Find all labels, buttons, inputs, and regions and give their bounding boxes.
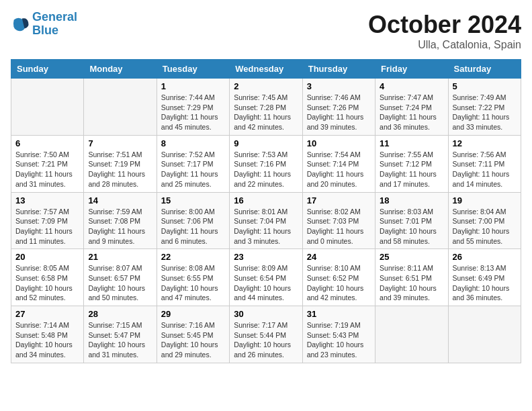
day-info: Sunrise: 8:02 AM Sunset: 7:03 PM Dayligh…	[307, 207, 371, 246]
week-row-5: 27Sunrise: 7:14 AM Sunset: 5:48 PM Dayli…	[11, 306, 521, 363]
day-cell: 8Sunrise: 7:52 AM Sunset: 7:17 PM Daylig…	[157, 135, 229, 192]
logo-line1: General	[32, 10, 77, 24]
day-info: Sunrise: 7:49 AM Sunset: 7:22 PM Dayligh…	[453, 93, 517, 132]
day-info: Sunrise: 7:55 AM Sunset: 7:12 PM Dayligh…	[380, 150, 443, 189]
day-number: 30	[234, 309, 298, 319]
day-number: 11	[380, 138, 443, 148]
day-info: Sunrise: 8:09 AM Sunset: 6:54 PM Dayligh…	[234, 263, 298, 303]
week-row-4: 20Sunrise: 8:05 AM Sunset: 6:58 PM Dayli…	[11, 249, 521, 306]
day-cell: 4Sunrise: 7:47 AM Sunset: 7:24 PM Daylig…	[375, 79, 448, 136]
day-info: Sunrise: 7:16 AM Sunset: 5:45 PM Dayligh…	[161, 320, 225, 360]
day-cell: 29Sunrise: 7:16 AM Sunset: 5:45 PM Dayli…	[157, 306, 229, 363]
day-cell: 5Sunrise: 7:49 AM Sunset: 7:22 PM Daylig…	[448, 79, 521, 136]
day-info: Sunrise: 7:53 AM Sunset: 7:16 PM Dayligh…	[234, 150, 298, 189]
day-number: 16	[234, 195, 298, 205]
day-cell: 28Sunrise: 7:15 AM Sunset: 5:47 PM Dayli…	[84, 306, 157, 363]
day-number: 15	[161, 195, 225, 205]
day-cell: 11Sunrise: 7:55 AM Sunset: 7:12 PM Dayli…	[375, 135, 448, 192]
day-info: Sunrise: 8:00 AM Sunset: 7:06 PM Dayligh…	[161, 207, 225, 246]
logo-line2: Blue	[32, 24, 77, 38]
day-number: 9	[234, 138, 298, 148]
day-info: Sunrise: 7:59 AM Sunset: 7:08 PM Dayligh…	[88, 207, 152, 246]
day-cell: 19Sunrise: 8:04 AM Sunset: 7:00 PM Dayli…	[448, 192, 521, 249]
day-number: 25	[380, 252, 443, 262]
day-info: Sunrise: 7:17 AM Sunset: 5:44 PM Dayligh…	[234, 320, 298, 360]
day-cell: 15Sunrise: 8:00 AM Sunset: 7:06 PM Dayli…	[157, 192, 229, 249]
column-header-tuesday: Tuesday	[157, 60, 229, 79]
logo: General Blue	[11, 11, 77, 38]
day-number: 6	[15, 138, 79, 148]
calendar-header-row: SundayMondayTuesdayWednesdayThursdayFrid…	[11, 60, 521, 79]
day-cell: 6Sunrise: 7:50 AM Sunset: 7:21 PM Daylig…	[11, 135, 84, 192]
day-number: 31	[307, 309, 371, 319]
day-number: 26	[453, 252, 517, 262]
day-cell	[11, 79, 84, 136]
column-header-saturday: Saturday	[448, 60, 521, 79]
logo-text: General Blue	[32, 11, 77, 38]
day-info: Sunrise: 7:46 AM Sunset: 7:26 PM Dayligh…	[307, 93, 371, 132]
day-cell: 25Sunrise: 8:11 AM Sunset: 6:51 PM Dayli…	[375, 249, 448, 306]
column-header-monday: Monday	[84, 60, 157, 79]
day-number: 21	[88, 252, 152, 262]
day-info: Sunrise: 7:57 AM Sunset: 7:09 PM Dayligh…	[15, 207, 79, 246]
day-number: 3	[307, 81, 371, 91]
day-number: 22	[161, 252, 225, 262]
day-cell: 9Sunrise: 7:53 AM Sunset: 7:16 PM Daylig…	[230, 135, 302, 192]
day-info: Sunrise: 8:07 AM Sunset: 6:57 PM Dayligh…	[88, 263, 152, 303]
day-info: Sunrise: 7:51 AM Sunset: 7:19 PM Dayligh…	[88, 150, 152, 189]
day-cell: 27Sunrise: 7:14 AM Sunset: 5:48 PM Dayli…	[11, 306, 84, 363]
day-number: 12	[453, 138, 517, 148]
day-number: 4	[380, 81, 443, 91]
day-number: 13	[15, 195, 79, 205]
day-cell: 24Sunrise: 8:10 AM Sunset: 6:52 PM Dayli…	[302, 249, 375, 306]
week-row-2: 6Sunrise: 7:50 AM Sunset: 7:21 PM Daylig…	[11, 135, 521, 192]
page-header: General Blue October 2024 Ulla, Cataloni…	[11, 11, 521, 51]
day-cell: 16Sunrise: 8:01 AM Sunset: 7:04 PM Dayli…	[230, 192, 302, 249]
day-info: Sunrise: 8:11 AM Sunset: 6:51 PM Dayligh…	[380, 263, 443, 303]
day-number: 23	[234, 252, 298, 262]
month-title: October 2024	[368, 11, 521, 39]
day-number: 1	[161, 81, 225, 91]
column-header-wednesday: Wednesday	[230, 60, 302, 79]
title-section: October 2024 Ulla, Catalonia, Spain	[368, 11, 521, 51]
day-info: Sunrise: 8:04 AM Sunset: 7:00 PM Dayligh…	[453, 207, 517, 246]
day-info: Sunrise: 7:54 AM Sunset: 7:14 PM Dayligh…	[307, 150, 371, 189]
day-info: Sunrise: 8:01 AM Sunset: 7:04 PM Dayligh…	[234, 207, 298, 246]
day-info: Sunrise: 8:03 AM Sunset: 7:01 PM Dayligh…	[380, 207, 443, 246]
day-info: Sunrise: 7:52 AM Sunset: 7:17 PM Dayligh…	[161, 150, 225, 189]
day-cell: 7Sunrise: 7:51 AM Sunset: 7:19 PM Daylig…	[84, 135, 157, 192]
day-cell: 21Sunrise: 8:07 AM Sunset: 6:57 PM Dayli…	[84, 249, 157, 306]
day-cell: 23Sunrise: 8:09 AM Sunset: 6:54 PM Dayli…	[230, 249, 302, 306]
day-info: Sunrise: 8:08 AM Sunset: 6:55 PM Dayligh…	[161, 263, 225, 303]
day-cell: 12Sunrise: 7:56 AM Sunset: 7:11 PM Dayli…	[448, 135, 521, 192]
day-cell: 1Sunrise: 7:44 AM Sunset: 7:29 PM Daylig…	[157, 79, 229, 136]
day-number: 7	[88, 138, 152, 148]
day-cell: 17Sunrise: 8:02 AM Sunset: 7:03 PM Dayli…	[302, 192, 375, 249]
week-row-1: 1Sunrise: 7:44 AM Sunset: 7:29 PM Daylig…	[11, 79, 521, 136]
day-cell: 2Sunrise: 7:45 AM Sunset: 7:28 PM Daylig…	[230, 79, 302, 136]
logo-icon	[11, 15, 30, 34]
day-number: 5	[453, 81, 517, 91]
day-cell	[375, 306, 448, 363]
day-cell: 20Sunrise: 8:05 AM Sunset: 6:58 PM Dayli…	[11, 249, 84, 306]
day-info: Sunrise: 7:45 AM Sunset: 7:28 PM Dayligh…	[234, 93, 298, 132]
calendar-table: SundayMondayTuesdayWednesdayThursdayFrid…	[11, 59, 521, 363]
location-title: Ulla, Catalonia, Spain	[368, 39, 521, 51]
day-cell: 30Sunrise: 7:17 AM Sunset: 5:44 PM Dayli…	[230, 306, 302, 363]
day-info: Sunrise: 7:56 AM Sunset: 7:11 PM Dayligh…	[453, 150, 517, 189]
day-number: 17	[307, 195, 371, 205]
day-number: 8	[161, 138, 225, 148]
day-info: Sunrise: 7:50 AM Sunset: 7:21 PM Dayligh…	[15, 150, 79, 189]
day-cell: 3Sunrise: 7:46 AM Sunset: 7:26 PM Daylig…	[302, 79, 375, 136]
day-cell: 10Sunrise: 7:54 AM Sunset: 7:14 PM Dayli…	[302, 135, 375, 192]
day-cell	[84, 79, 157, 136]
day-cell: 22Sunrise: 8:08 AM Sunset: 6:55 PM Dayli…	[157, 249, 229, 306]
day-info: Sunrise: 7:47 AM Sunset: 7:24 PM Dayligh…	[380, 93, 443, 132]
day-number: 18	[380, 195, 443, 205]
day-number: 28	[88, 309, 152, 319]
day-number: 14	[88, 195, 152, 205]
day-number: 19	[453, 195, 517, 205]
day-info: Sunrise: 7:19 AM Sunset: 5:43 PM Dayligh…	[307, 320, 371, 360]
day-cell	[448, 306, 521, 363]
column-header-friday: Friday	[375, 60, 448, 79]
